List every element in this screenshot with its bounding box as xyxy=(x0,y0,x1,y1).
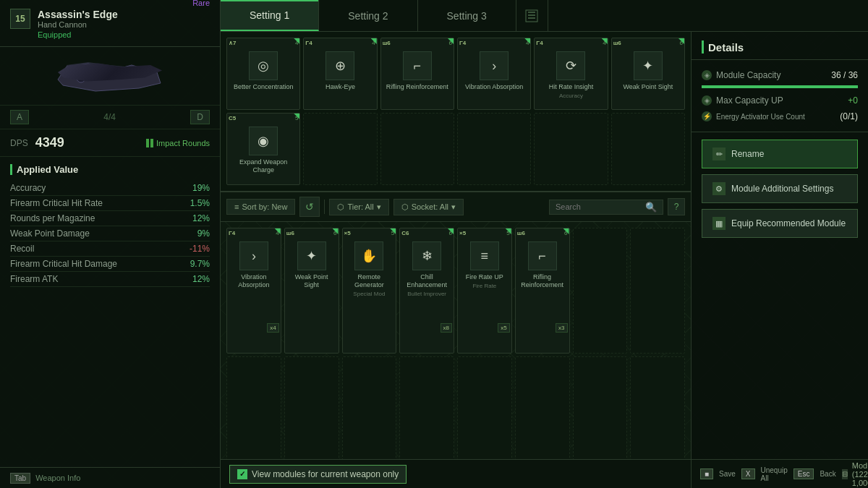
back-label: Back xyxy=(820,470,835,478)
equip-recommended-button[interactable]: ▦ Equip Recommended Module xyxy=(702,209,858,238)
tab-setting3[interactable]: Setting 3 xyxy=(418,0,516,31)
weapon-name: Assassin's Edge xyxy=(38,9,210,20)
module-subtype: Special Mod xyxy=(353,291,385,297)
equipped-module-card[interactable] xyxy=(457,113,531,185)
sort-filter-button[interactable]: ≡ Sort by: New xyxy=(226,199,295,215)
current-weapon-checkbox[interactable]: ✓ View modules for current weapon only xyxy=(229,465,407,484)
module-tier: Γ4 xyxy=(305,40,312,46)
module-icon: ❄ xyxy=(412,241,441,270)
bottom-right-bar: ■ Save X Unequip All Esc Back ⊟ Module (… xyxy=(691,459,868,488)
ammo-bar xyxy=(146,139,149,147)
module-tier: Γ4 xyxy=(459,40,466,46)
tier-filter-button[interactable]: ⬡ Tier: All ▾ xyxy=(329,199,388,215)
module-name: Fire Rate UP xyxy=(466,273,503,281)
rename-button[interactable]: ✏ Rename xyxy=(702,140,858,168)
module-subtype: Bullet Improver xyxy=(407,291,446,297)
capacity-icon: ◈ xyxy=(702,70,712,80)
module-icon: ✋ xyxy=(354,241,383,270)
content-area: ∧7 4 ◎ Better Concentration Γ4 4 ⊕ Hawk-… xyxy=(221,32,868,488)
ammo-type: Impact Rounds xyxy=(146,139,210,147)
energy-row: ⚡ Energy Activator Use Count (0/1) xyxy=(702,108,858,124)
tab-add-button[interactable] xyxy=(516,0,548,31)
max-capacity-icon: ◈ xyxy=(702,95,712,106)
module-count: ⊟ Module (122 / 1,000) xyxy=(842,461,868,487)
module-tier: C5 xyxy=(229,115,236,121)
refresh-button[interactable]: ↺ xyxy=(299,197,320,217)
module-tier: ×5 xyxy=(344,230,351,236)
equipped-module-card[interactable]: Γ4 4 ⊕ Hawk-Eye xyxy=(303,38,377,110)
available-module-card[interactable]: Γ4 4 › x4 Vibration Absorption xyxy=(226,228,281,354)
tab-key: Tab xyxy=(10,473,30,484)
tab-setting2[interactable]: Setting 2 xyxy=(319,0,417,31)
socket-filter-button[interactable]: ⬡ Socket: All ▾ xyxy=(393,199,464,215)
module-tier: C6 xyxy=(401,230,409,236)
module-name: Chill Enhancement xyxy=(403,273,451,289)
module-icon: › xyxy=(480,51,509,80)
module-name: Hawk-Eye xyxy=(326,83,355,91)
unequip-key: X xyxy=(741,468,755,479)
module-tier: ш6 xyxy=(286,230,294,236)
stat-row: Firearm ATK12% xyxy=(10,272,210,287)
module-icon: ⌐ xyxy=(528,241,557,270)
details-stats: ◈ Module Capacity 36 / 36 ◈ Max Capacity… xyxy=(692,60,868,132)
module-name: Weak Point Sight xyxy=(623,83,673,91)
equipped-module-card[interactable] xyxy=(380,113,454,185)
equipped-module-card[interactable]: ш6 6 ✦ Weak Point Sight xyxy=(611,38,685,110)
equipped-module-card[interactable]: ∧7 4 ◎ Better Concentration xyxy=(226,38,300,110)
available-module-card[interactable]: ш6 6 ✦ Weak Point Sight xyxy=(284,228,339,354)
module-count-value: Module (122 / 1,000) xyxy=(852,461,868,487)
filter-separator xyxy=(324,200,325,214)
dps-label: DPS xyxy=(10,138,28,148)
equipped-module-card[interactable]: ш6 6 ⌐ Rifling Reinforcement xyxy=(380,38,454,110)
dps-row: DPS 4349 Impact Rounds xyxy=(0,129,220,157)
equipped-module-card[interactable] xyxy=(611,113,685,185)
checkbox-label: View modules for current weapon only xyxy=(252,469,399,479)
socket-label: Socket: All xyxy=(412,202,448,211)
equipped-module-card[interactable]: C5 5 ◉ Expand Weapon Charge xyxy=(226,113,300,185)
module-area: ∧7 4 ◎ Better Concentration Γ4 4 ⊕ Hawk-… xyxy=(221,32,691,488)
available-module-card[interactable] xyxy=(630,228,685,354)
applied-value-title: Applied Value xyxy=(10,164,210,175)
module-icon: ⊕ xyxy=(326,51,354,80)
module-subtype: Fire Rate xyxy=(472,283,496,289)
available-module-card[interactable]: ×5 5 ≡ x5 Fire Rate UP Fire Rate xyxy=(457,228,512,354)
module-tier: ш6 xyxy=(613,40,621,46)
capacity-fill xyxy=(702,85,858,88)
additional-settings-button[interactable]: ⚙ Module Additional Settings xyxy=(702,174,858,203)
available-module-card[interactable]: ×5 5 ✋ Remote Generator Special Mod xyxy=(342,228,397,354)
tab-setting1[interactable]: Setting 1 xyxy=(221,0,319,31)
sort-label: Sort by: New xyxy=(242,202,287,211)
module-name: Expand Weapon Charge xyxy=(230,158,297,174)
search-input[interactable] xyxy=(556,202,642,211)
equipped-module-card[interactable]: Γ4 4 ⟳ Hit Rate Insight Accuracy xyxy=(534,38,608,110)
checkbox-icon: ✓ xyxy=(237,469,247,479)
max-capacity-value: +0 xyxy=(848,95,858,106)
left-panel: 15 Rare Assassin's Edge Hand Cannon Equi… xyxy=(0,0,221,488)
module-capacity-value: 36 / 36 xyxy=(831,70,858,80)
stack-badge: x8 xyxy=(441,323,452,333)
right-panel: Details ◈ Module Capacity 36 / 36 ◈ M xyxy=(691,32,868,488)
equipped-module-card[interactable]: Γ4 4 › Vibration Absorption xyxy=(457,38,531,110)
weapon-info-tab-label: Weapon Info xyxy=(35,474,80,482)
capacity-bar xyxy=(702,85,858,88)
energy-value: (0/1) xyxy=(840,111,858,121)
equipped-module-card[interactable] xyxy=(303,113,377,185)
module-tier: ∧7 xyxy=(229,40,236,46)
equipped-module-card[interactable] xyxy=(534,113,608,185)
available-module-card[interactable]: C6 6 ❄ x8 Chill Enhancement Bullet Impro… xyxy=(399,228,454,354)
main-area: Setting 1 Setting 2 Setting 3 ∧7 4 ◎ Bet… xyxy=(221,0,868,488)
tier-label: Tier: All xyxy=(347,202,373,211)
module-name: Rifling Reinforcement xyxy=(519,273,566,289)
module-subtype: Accuracy xyxy=(559,93,583,99)
save-label: Save xyxy=(719,470,736,478)
weapon-slots: A 4/4 D xyxy=(0,105,220,129)
module-name: Weak Point Sight xyxy=(288,273,336,289)
help-button[interactable]: ? xyxy=(668,198,685,215)
available-module-card[interactable] xyxy=(573,228,628,354)
tab-info: Tab Weapon Info xyxy=(0,467,220,488)
save-key: ■ xyxy=(700,468,713,479)
stack-badge: x3 xyxy=(556,323,567,333)
available-module-card[interactable]: ш6 6 ⌐ x3 Rifling Reinforcement xyxy=(515,228,570,354)
search-icon[interactable]: 🔍 xyxy=(645,202,657,213)
module-name: Vibration Absorption xyxy=(465,83,523,91)
